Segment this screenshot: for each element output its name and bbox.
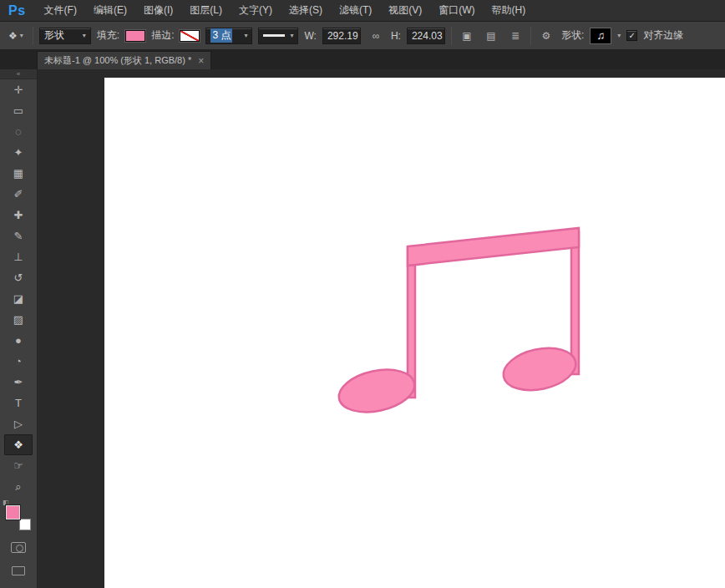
history-brush-icon: ↺	[14, 271, 23, 284]
quick-selection-icon: ✦	[14, 146, 23, 159]
tools-panel: « ✛ ▭ ◌ ✦ ▦ ✐ ✚ ✎ ⊥ ↺ ◪ ▨ ● ◔ ✒ T ▷ ❖ ☞ …	[0, 69, 38, 588]
document-tab[interactable]: 未标题-1 @ 100% (形状 1, RGB/8) * ×	[37, 51, 211, 69]
chevron-down-icon: ▾	[244, 32, 247, 39]
zoom-icon: ⌕	[15, 480, 21, 494]
stroke-style-select[interactable]: ▾	[258, 28, 298, 44]
path-operations-button[interactable]: ▣	[458, 28, 476, 44]
tool-mode-select[interactable]: 形状 ▾	[39, 28, 91, 44]
workspace	[38, 69, 725, 588]
music-note-icon: ♫	[596, 29, 605, 42]
menu-bar: Ps 文件(F) 编辑(E) 图像(I) 图层(L) 文字(Y) 选择(S) 滤…	[0, 0, 725, 22]
width-input[interactable]: 292.19	[322, 28, 361, 44]
note-beam	[408, 228, 579, 266]
foreground-background-colors[interactable]: ◧	[6, 504, 31, 530]
photoshop-logo: Ps	[0, 3, 36, 18]
note-stem-right	[571, 232, 579, 374]
chevron-down-icon: ▾	[617, 32, 621, 39]
menu-item-type[interactable]: 文字(Y)	[231, 0, 281, 22]
tool-mode-value: 形状	[44, 28, 64, 43]
spot-healing-brush-tool[interactable]: ✚	[4, 205, 33, 226]
note-head-left	[335, 363, 418, 418]
rectangular-marquee-tool[interactable]: ▭	[4, 100, 33, 121]
path-alignment-button[interactable]: ▤	[482, 28, 500, 44]
document-tab-bar: 未标题-1 @ 100% (形状 1, RGB/8) * ×	[0, 50, 725, 69]
lasso-icon: ◌	[15, 125, 22, 138]
eraser-icon: ◪	[13, 292, 23, 305]
type-icon: T	[15, 397, 22, 409]
menu-item-window[interactable]: 窗口(W)	[430, 0, 483, 22]
marquee-icon: ▭	[13, 104, 23, 117]
close-icon[interactable]: ×	[198, 55, 204, 67]
gradient-tool[interactable]: ▨	[4, 309, 33, 330]
dodge-icon: ◔	[15, 355, 22, 368]
menu-item-file[interactable]: 文件(F)	[36, 0, 85, 22]
gradient-icon: ▨	[13, 313, 23, 326]
foreground-color-swatch[interactable]	[6, 505, 20, 520]
height-label: H:	[391, 30, 401, 42]
gear-icon[interactable]: ⚙	[537, 28, 555, 44]
menu-item-layer[interactable]: 图层(L)	[181, 0, 231, 22]
lasso-tool[interactable]: ◌	[4, 121, 33, 142]
history-brush-tool[interactable]: ↺	[4, 267, 33, 288]
background-color-swatch[interactable]	[19, 519, 31, 530]
screen-mode-button[interactable]	[12, 566, 25, 575]
fill-color-swatch[interactable]	[125, 30, 145, 42]
menu-items: 文件(F) 编辑(E) 图像(I) 图层(L) 文字(Y) 选择(S) 滤镜(T…	[36, 0, 535, 22]
tool-options-bar: ❖ ▾ 形状 ▾ 填充: 描边: 3 点 ▾ ▾ W: 292.19 ∞ H: …	[0, 22, 725, 50]
align-edges-label: 对齐边缘	[643, 28, 683, 43]
type-tool[interactable]: T	[4, 393, 33, 413]
quick-mask-button[interactable]	[11, 542, 26, 553]
hand-tool[interactable]: ☞	[4, 455, 33, 476]
eyedropper-tool[interactable]: ✐	[4, 184, 33, 205]
brush-icon: ✎	[14, 230, 23, 242]
menu-item-edit[interactable]: 编辑(E)	[85, 0, 135, 22]
menu-item-view[interactable]: 视图(V)	[380, 0, 430, 22]
toolbar-collapse-button[interactable]: «	[0, 69, 37, 79]
pen-tool[interactable]: ✒	[4, 372, 33, 393]
align-edges-checkbox[interactable]: ✓	[626, 30, 637, 41]
eraser-tool[interactable]: ◪	[4, 288, 33, 309]
hand-icon: ☞	[13, 459, 23, 472]
menu-item-select[interactable]: 选择(S)	[281, 0, 331, 22]
quick-selection-tool[interactable]: ✦	[4, 142, 33, 163]
brush-tool[interactable]: ✎	[4, 226, 33, 246]
divider	[451, 27, 452, 45]
path-arrangement-button[interactable]: ≣	[506, 28, 525, 44]
tool-preset-icon: ❖	[8, 30, 18, 42]
move-icon: ✛	[14, 84, 23, 96]
stroke-color-swatch[interactable]	[180, 30, 200, 42]
menu-item-filter[interactable]: 滤镜(T)	[331, 0, 380, 22]
crop-tool[interactable]: ▦	[4, 163, 33, 184]
menu-item-help[interactable]: 帮助(H)	[484, 0, 535, 22]
link-dimensions-icon[interactable]: ∞	[367, 28, 385, 44]
move-tool[interactable]: ✛	[4, 79, 33, 100]
width-value: 292.19	[327, 30, 358, 42]
chevron-down-icon: ▾	[20, 32, 23, 39]
clone-stamp-tool[interactable]: ⊥	[4, 246, 33, 267]
stroke-width-value: 3 点	[210, 28, 232, 43]
menu-item-image[interactable]: 图像(I)	[135, 0, 181, 22]
fill-label: 填充:	[97, 28, 119, 43]
solid-line-icon	[263, 34, 285, 37]
music-note-shape	[104, 78, 725, 588]
path-selection-tool[interactable]: ▷	[4, 413, 33, 434]
blur-icon: ●	[15, 334, 22, 347]
path-selection-icon: ▷	[14, 418, 23, 430]
stroke-width-input[interactable]: 3 点 ▾	[205, 28, 252, 44]
canvas[interactable]	[104, 78, 725, 588]
crop-icon: ▦	[13, 167, 23, 180]
custom-shape-icon: ❖	[13, 438, 23, 451]
blur-tool[interactable]: ●	[4, 330, 33, 351]
note-head-right	[499, 342, 580, 396]
pen-icon: ✒	[14, 376, 23, 388]
checkmark-icon: ✓	[629, 31, 636, 40]
height-value: 224.03	[412, 30, 443, 42]
tool-preset-picker[interactable]: ❖ ▾	[5, 28, 27, 43]
document-tab-title: 未标题-1 @ 100% (形状 1, RGB/8) *	[44, 54, 191, 67]
dodge-tool[interactable]: ◔	[4, 351, 33, 372]
height-input[interactable]: 224.03	[407, 28, 445, 44]
custom-shape-tool[interactable]: ❖	[4, 434, 33, 455]
zoom-tool[interactable]: ⌕	[4, 476, 33, 497]
custom-shape-picker[interactable]: ♫	[590, 28, 611, 44]
shape-label: 形状:	[561, 28, 584, 43]
